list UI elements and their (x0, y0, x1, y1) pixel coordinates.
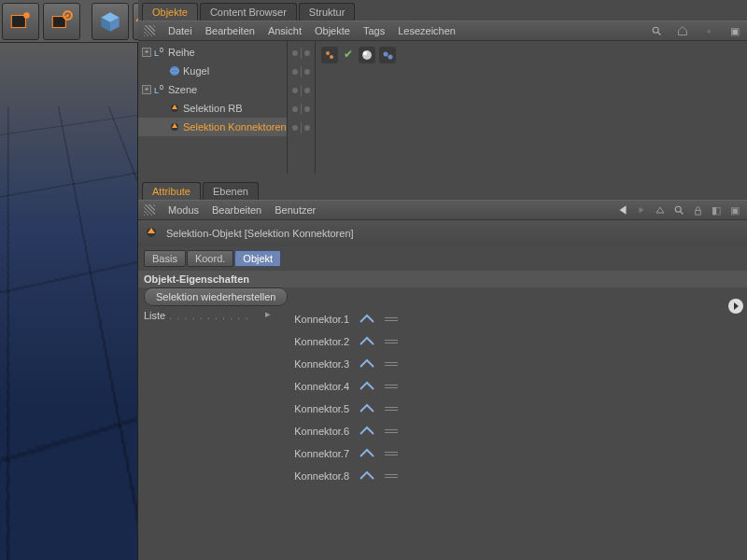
tab-objekte[interactable]: Objekte (142, 3, 198, 21)
tree-row-kugel[interactable]: Kugel (138, 62, 287, 80)
attribute-subtabs: Basis Koord. Objekt (138, 246, 747, 271)
nav-fwd-icon[interactable] (635, 203, 648, 217)
list-item[interactable]: Konnektor.4 (275, 375, 741, 398)
tab-content-browser[interactable]: Content Browser (200, 3, 297, 21)
list-item[interactable]: Konnektor.1 (275, 308, 741, 330)
vis-dot[interactable] (292, 50, 298, 56)
attribute-header: Selektion-Objekt [Selektion Konnektoren] (138, 220, 747, 246)
tree-row-reihe[interactable]: + L0 Reihe (138, 43, 287, 62)
svg-line-26 (681, 212, 684, 215)
liste-items: Konnektor.1Konnektor.2Konnektor.3Konnekt… (275, 308, 741, 487)
drag-handle-icon[interactable] (385, 452, 398, 455)
drag-handle-icon[interactable] (385, 385, 398, 388)
section-title: Objekt-Eigenschaften (138, 271, 747, 287)
list-item[interactable]: Konnektor.3 (275, 353, 741, 375)
menu-bearbeiten[interactable]: Bearbeiten (205, 25, 255, 36)
tag-icon[interactable] (359, 47, 375, 63)
drag-handle-icon[interactable] (385, 474, 398, 478)
search-icon[interactable] (672, 203, 685, 217)
list-expand-icon[interactable]: ▸ (265, 308, 275, 487)
menu-objekte[interactable]: Objekte (315, 25, 350, 36)
menu-datei[interactable]: Datei (168, 25, 192, 36)
tree-row-selektion-konnektoren[interactable]: Selektion Konnektoren (138, 118, 287, 136)
primitive-cube-button[interactable] (92, 3, 129, 40)
nav-back-icon[interactable] (616, 203, 629, 217)
drag-handle-icon[interactable] (385, 429, 398, 433)
attribute-manager-menubar: Modus Bearbeiten Benutzer ◧ ▣ (138, 200, 747, 220)
vis-dot[interactable] (292, 88, 298, 93)
menu-modus[interactable]: Modus (168, 204, 199, 216)
maximize-icon[interactable]: ▣ (728, 203, 741, 217)
scroll-right-icon[interactable] (728, 299, 743, 314)
vis-dot[interactable] (292, 69, 298, 75)
vis-dot[interactable] (304, 106, 310, 112)
eye-icon[interactable]: ◦ (702, 24, 715, 37)
svg-line-9 (658, 33, 661, 35)
home-icon[interactable] (676, 24, 689, 37)
menu-lesezeichen[interactable]: Lesezeichen (398, 25, 456, 36)
menu-benutzer[interactable]: Benutzer (275, 204, 316, 216)
list-item-label: Konnektor.5 (275, 403, 349, 414)
drag-handle-icon[interactable] (385, 317, 398, 321)
subtab-koord[interactable]: Koord. (187, 250, 233, 267)
nav-up-icon[interactable] (654, 203, 667, 217)
viewport[interactable] (0, 43, 138, 560)
subtab-basis[interactable]: Basis (144, 250, 186, 267)
svg-point-4 (66, 14, 69, 17)
null-icon: L0 (153, 83, 166, 96)
connector-icon (359, 335, 375, 348)
drag-handle-icon[interactable] (385, 407, 398, 411)
object-tags-area[interactable]: ✔ (316, 41, 747, 174)
tag-icon[interactable] (379, 47, 396, 63)
render-button[interactable] (2, 3, 39, 40)
drag-handle-icon[interactable] (385, 340, 398, 343)
list-item[interactable]: Konnektor.2 (275, 330, 741, 353)
panel-grip[interactable] (144, 25, 155, 36)
drag-handle-icon[interactable] (385, 362, 398, 366)
tab-struktur[interactable]: Struktur (299, 3, 356, 21)
object-tree: + L0 Reihe Kugel + L0 Szene Selektion RB (138, 41, 288, 174)
render-settings-button[interactable] (43, 3, 80, 40)
tree-label: Selektion Konnektoren (183, 121, 287, 133)
list-item-label: Konnektor.6 (275, 426, 349, 437)
lock-icon[interactable] (691, 203, 704, 217)
tree-row-selektion-rb[interactable]: Selektion RB (138, 99, 287, 118)
vis-dot[interactable] (292, 125, 298, 131)
expand-icon[interactable]: + (142, 85, 151, 94)
connector-icon (359, 425, 375, 438)
list-item[interactable]: Konnektor.7 (275, 442, 741, 465)
svg-point-19 (330, 55, 333, 59)
search-icon[interactable] (650, 24, 663, 37)
new-window-icon[interactable]: ◧ (710, 203, 723, 217)
list-item[interactable]: Konnektor.6 (275, 420, 741, 442)
list-item[interactable]: Konnektor.8 (275, 465, 741, 487)
svg-point-12 (170, 66, 179, 76)
attribute-body: Selektion-Objekt [Selektion Konnektoren]… (138, 220, 747, 560)
tree-row-szene[interactable]: + L0 Szene (138, 80, 287, 99)
vis-dot[interactable] (292, 106, 298, 112)
panel-grip[interactable] (144, 204, 155, 216)
list-item-label: Konnektor.8 (275, 470, 349, 482)
vis-dot[interactable] (304, 125, 310, 131)
maximize-icon[interactable]: ▣ (728, 24, 741, 37)
tree-label: Selektion RB (183, 103, 243, 114)
menu-ansicht[interactable]: Ansicht (268, 25, 302, 36)
connector-icon (359, 313, 375, 326)
tab-ebenen[interactable]: Ebenen (203, 182, 259, 200)
tab-attribute[interactable]: Attribute (142, 182, 201, 200)
object-manager-tabs: Objekte Content Browser Struktur (138, 0, 747, 21)
vis-dot[interactable] (304, 88, 310, 93)
subtab-objekt[interactable]: Objekt (234, 250, 281, 267)
tag-icon[interactable] (321, 47, 338, 63)
vis-dot[interactable] (304, 69, 310, 75)
vis-dot[interactable] (304, 50, 310, 56)
list-item-label: Konnektor.7 (275, 448, 349, 459)
restore-selection-button[interactable]: Selektion wiederherstellen (144, 287, 288, 306)
menu-tags[interactable]: Tags (363, 25, 385, 36)
list-item[interactable]: Konnektor.5 (275, 398, 741, 420)
attribute-object-title: Selektion-Objekt [Selektion Konnektoren] (166, 228, 354, 239)
expand-icon[interactable]: + (142, 48, 151, 57)
liste-label: Liste (144, 310, 165, 321)
svg-text:L: L (154, 49, 159, 58)
menu-bearbeiten[interactable]: Bearbeiten (212, 204, 261, 216)
